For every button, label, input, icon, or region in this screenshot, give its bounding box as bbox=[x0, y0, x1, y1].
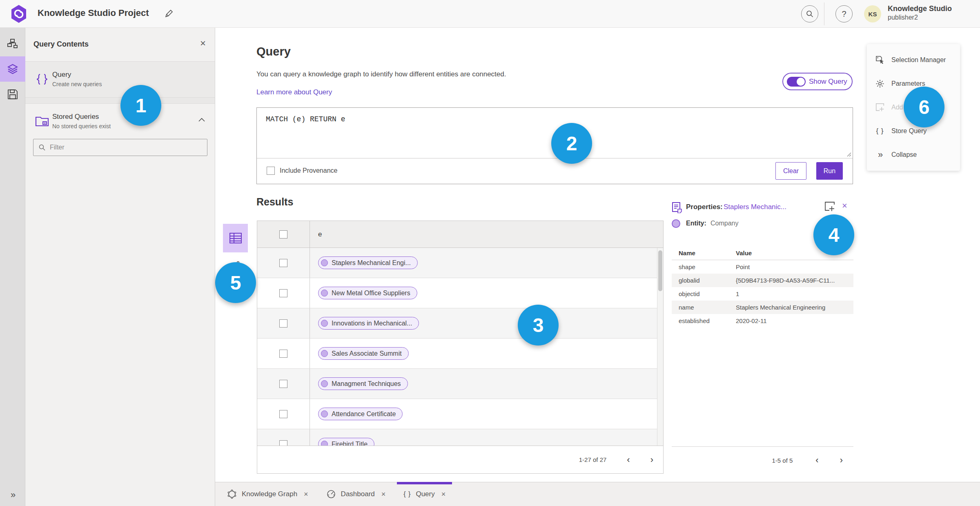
clear-button[interactable]: Clear bbox=[775, 162, 806, 180]
close-tab-icon[interactable]: × bbox=[441, 490, 446, 499]
results-table: e Staplers Mechanical Engi... New Metal … bbox=[257, 221, 664, 474]
data-model-icon bbox=[7, 38, 18, 49]
property-row[interactable]: established 2020-02-11 bbox=[672, 314, 853, 328]
select-all-checkbox[interactable] bbox=[279, 230, 287, 239]
results-page-range: 1-27 of 27 bbox=[579, 456, 607, 463]
property-row[interactable]: objectid 1 bbox=[672, 287, 853, 301]
entity-dot-icon bbox=[321, 410, 328, 417]
properties-entity-link[interactable]: Staplers Mechanic... bbox=[724, 203, 786, 211]
row-checkbox[interactable] bbox=[279, 319, 287, 328]
results-title: Results bbox=[256, 196, 293, 208]
help-button[interactable]: ? bbox=[835, 5, 853, 22]
stored-queries-title: Stored Queries bbox=[52, 113, 99, 121]
topbar-divider bbox=[824, 2, 824, 25]
selection-manager-item[interactable]: Selection Manager bbox=[867, 48, 960, 72]
tab-knowledge-graph[interactable]: Knowledge Graph × bbox=[220, 482, 315, 506]
gear-icon bbox=[875, 79, 885, 89]
property-row[interactable]: globalid {5D9B4713-F98D-4A53-A59F-C11... bbox=[672, 274, 853, 287]
bottom-tab-bar: Knowledge Graph × Dashboard × { } Query … bbox=[215, 482, 980, 506]
learn-more-link[interactable]: Learn more about Query bbox=[256, 88, 332, 96]
table-row[interactable]: New Metal Office Suppliers bbox=[257, 278, 663, 308]
row-checkbox[interactable] bbox=[279, 380, 287, 388]
layers-icon bbox=[7, 63, 18, 75]
entity-type-dot-icon bbox=[672, 219, 680, 228]
tab-query[interactable]: { } Query × bbox=[397, 482, 452, 506]
table-row[interactable]: Staplers Mechanical Engi... bbox=[257, 248, 663, 278]
rail-save-button[interactable] bbox=[0, 82, 25, 107]
table-row[interactable]: Sales Associate Summit bbox=[257, 339, 663, 369]
collapse-section-chevron-icon[interactable] bbox=[198, 118, 205, 122]
entity-pill[interactable]: Attendance Certificate bbox=[318, 408, 403, 420]
search-button[interactable] bbox=[801, 5, 818, 22]
expand-rail-button[interactable]: » bbox=[0, 490, 25, 500]
rail-data-model-button[interactable] bbox=[0, 31, 25, 56]
collapse-icon: » bbox=[875, 150, 885, 160]
entity-pill[interactable]: Staplers Mechanical Engi... bbox=[318, 256, 418, 269]
toggle-switch[interactable] bbox=[787, 77, 806, 87]
rail-layers-button[interactable] bbox=[0, 56, 25, 82]
property-row[interactable]: name Staplers Mechanical Engineering bbox=[672, 301, 853, 314]
callout-badge-6: 6 bbox=[904, 87, 944, 127]
collapse-item[interactable]: » Collapse bbox=[867, 143, 960, 167]
properties-doc-icon bbox=[672, 202, 682, 213]
properties-next-page-button[interactable]: › bbox=[837, 454, 846, 466]
app-logo-icon[interactable] bbox=[11, 4, 27, 23]
row-checkbox[interactable] bbox=[279, 350, 287, 358]
table-scrollbar[interactable] bbox=[657, 248, 663, 446]
entity-pill[interactable]: New Metal Office Suppliers bbox=[318, 287, 417, 299]
add-to-new-icon[interactable] bbox=[824, 201, 835, 212]
close-tab-icon[interactable]: × bbox=[304, 490, 308, 499]
properties-prev-page-button[interactable]: ‹ bbox=[812, 454, 822, 466]
query-contents-panel: Query Contents × Query Create new querie… bbox=[25, 28, 215, 506]
row-checkbox[interactable] bbox=[279, 289, 287, 297]
results-pagination: 1-27 of 27 ‹ › bbox=[257, 446, 663, 473]
results-table-header: e bbox=[257, 221, 663, 248]
entity-type-value: Company bbox=[710, 220, 738, 227]
stored-queries-subtitle: No stored queries exist bbox=[52, 123, 111, 129]
entity-pill[interactable]: Sales Associate Summit bbox=[318, 347, 409, 360]
query-code-text: MATCH (e) RETURN e bbox=[266, 115, 345, 123]
entity-pill[interactable]: Innovations in Mechanical... bbox=[318, 317, 419, 330]
divider bbox=[25, 97, 215, 104]
column-header-e: e bbox=[310, 221, 663, 247]
entity-pill[interactable]: Managment Techniques bbox=[318, 377, 408, 390]
show-query-toggle[interactable]: Show Query bbox=[782, 73, 853, 90]
include-provenance-checkbox[interactable] bbox=[267, 167, 275, 175]
close-panel-button[interactable]: × bbox=[200, 38, 206, 48]
tab-dashboard[interactable]: Dashboard × bbox=[320, 482, 392, 506]
table-row[interactable]: Innovations in Mechanical... bbox=[257, 308, 663, 339]
sidebar-item-stored-queries[interactable]: Stored Queries No stored queries exist bbox=[25, 104, 215, 139]
entity-label: Entity: bbox=[686, 220, 706, 227]
resize-handle[interactable] bbox=[846, 152, 851, 157]
row-checkbox[interactable] bbox=[279, 259, 287, 267]
callout-badge-3: 3 bbox=[518, 305, 559, 346]
properties-label: Properties: bbox=[686, 203, 723, 211]
entity-dot-icon bbox=[321, 380, 328, 387]
name-column-header: Name bbox=[672, 250, 736, 260]
user-info[interactable]: Knowledge Studio publisher2 bbox=[888, 4, 952, 21]
row-checkbox[interactable] bbox=[279, 410, 287, 418]
braces-icon bbox=[35, 72, 49, 86]
run-button[interactable]: Run bbox=[816, 162, 843, 180]
table-row[interactable]: Managment Techniques bbox=[257, 369, 663, 399]
braces-icon: { } bbox=[403, 490, 411, 498]
scrollbar-thumb[interactable] bbox=[658, 250, 662, 291]
stored-queries-filter[interactable] bbox=[33, 139, 207, 156]
results-prev-page-button[interactable]: ‹ bbox=[624, 454, 633, 466]
knowledge-graph-icon bbox=[227, 489, 237, 499]
callout-badge-2: 2 bbox=[551, 123, 592, 164]
results-next-page-button[interactable]: › bbox=[647, 454, 657, 466]
query-contents-title: Query Contents bbox=[33, 40, 89, 49]
edit-title-icon[interactable] bbox=[164, 9, 174, 18]
table-view-button[interactable] bbox=[223, 224, 248, 252]
filter-input[interactable] bbox=[50, 144, 197, 151]
callout-badge-1: 1 bbox=[120, 85, 161, 126]
sidebar-item-query[interactable]: Query Create new queries bbox=[25, 62, 215, 97]
properties-pagination: 1-5 of 5 ‹ › bbox=[672, 446, 853, 474]
close-properties-button[interactable]: × bbox=[842, 201, 847, 210]
user-avatar[interactable]: KS bbox=[864, 5, 881, 22]
property-row[interactable]: shape Point bbox=[672, 260, 853, 274]
table-row[interactable]: Attendance Certificate bbox=[257, 399, 663, 429]
top-bar: Knowledge Studio Project ? KS Knowledge … bbox=[0, 0, 980, 28]
close-tab-icon[interactable]: × bbox=[381, 490, 386, 499]
